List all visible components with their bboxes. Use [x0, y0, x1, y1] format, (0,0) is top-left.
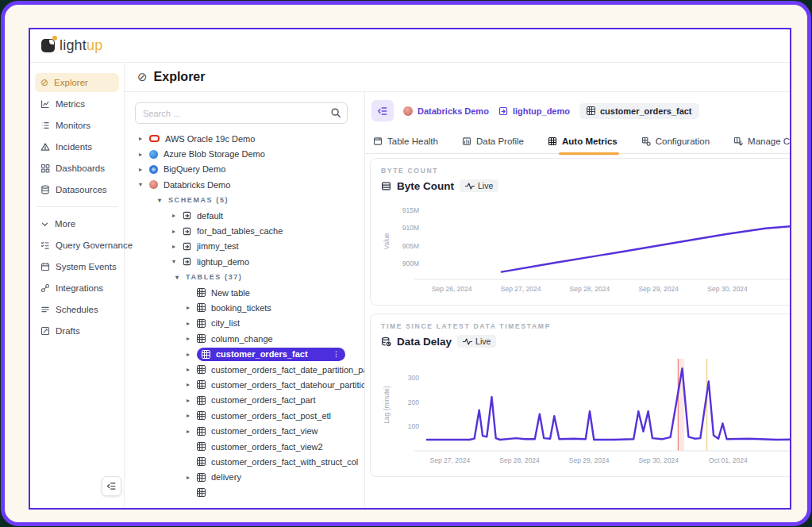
svg-text:Sep 27, 2024: Sep 27, 2024 — [501, 285, 541, 293]
breadcrumb-label: Databricks Demo — [418, 106, 489, 116]
tree-node-table[interactable]: ▸ customer_orders_fact_part — [135, 393, 364, 408]
search-input[interactable] — [135, 102, 348, 124]
caret-down-icon[interactable]: ▾ — [158, 197, 168, 204]
tree-node-table[interactable]: ▸ customer_orders_fact_view2 — [135, 439, 364, 454]
caret-right-icon[interactable]: ▸ — [187, 381, 197, 388]
tree-node-table[interactable]: ▸ city_list — [135, 316, 364, 331]
tab-table-health[interactable]: Table Health — [373, 137, 438, 153]
caret-right-icon[interactable]: ▸ — [187, 320, 197, 327]
tree-node-datasource[interactable]: ▾ Databricks Demo — [135, 177, 364, 192]
tree-node-schema[interactable]: ▸ jimmy_test — [135, 239, 364, 254]
collapse-tree-icon — [377, 106, 388, 117]
sidebar-item-datasources[interactable]: Datasources — [35, 180, 119, 199]
caret-right-icon[interactable]: ▸ — [172, 243, 183, 250]
tree-node-table[interactable]: ▸ New table — [135, 285, 364, 300]
tree-node-label: column_change — [211, 334, 273, 344]
lightup-logo-icon — [41, 39, 55, 52]
table-icon — [587, 106, 595, 115]
sidebar-item-label: Drafts — [56, 326, 80, 336]
tree-node-label: customer_orders_fact_view2 — [211, 442, 323, 452]
caret-right-icon[interactable]: ▸ — [172, 212, 183, 219]
row-menu-icon[interactable]: ⋮ — [333, 350, 340, 358]
schema-icon — [498, 106, 508, 116]
table-health-icon — [373, 137, 383, 146]
caret-down-icon[interactable]: ▾ — [175, 274, 186, 281]
sidebar-item-query-governance[interactable]: Query Governance — [35, 236, 119, 255]
app-header: lightup — [30, 29, 790, 63]
sidebar-item-label: Schedules — [56, 305, 98, 314]
sidebar-item-schedules[interactable]: Schedules — [35, 300, 119, 319]
breadcrumb: Databricks Demo lightup_demo customer_or… — [365, 92, 790, 128]
tree-node-schema[interactable]: ▾ lightup_demo — [135, 254, 364, 269]
sidebar-item-more[interactable]: More — [35, 214, 119, 233]
sidebar-item-incidents[interactable]: Incidents — [35, 137, 119, 156]
svg-text:Sep 27, 2024: Sep 27, 2024 — [430, 456, 471, 464]
live-badge[interactable]: Live — [460, 179, 498, 192]
tab-configuration[interactable]: Configuration — [641, 137, 710, 153]
sidebar-item-dashboards[interactable]: Dashboards — [35, 159, 119, 178]
breadcrumb-table[interactable]: customer_orders_fact — [579, 103, 699, 119]
tree-node-label: booking_tickets — [211, 303, 271, 313]
tree-node-table[interactable]: ▸ customer_orders_fact_with_struct_col — [135, 454, 364, 469]
tree-node-table-partial[interactable]: ▸ — [135, 485, 364, 500]
sidebar-item-metrics[interactable]: Metrics — [35, 94, 119, 113]
caret-right-icon[interactable]: ▸ — [187, 366, 197, 373]
data-delay-icon — [381, 337, 391, 347]
caret-right-icon[interactable]: ▸ — [187, 412, 197, 419]
lightup-logo[interactable]: lightup — [41, 37, 102, 54]
selected-table-pill[interactable]: customer_orders_fact ⋮ — [197, 348, 345, 361]
sidebar-item-explorer[interactable]: ⊘ Explorer — [35, 73, 119, 92]
tab-auto-metrics[interactable]: Auto Metrics — [548, 137, 618, 153]
caret-right-icon[interactable]: ▸ — [187, 351, 197, 358]
caret-right-icon[interactable]: ▸ — [172, 228, 183, 235]
live-badge[interactable]: Live — [457, 335, 496, 348]
tab-data-profile[interactable]: Data Profile — [462, 137, 524, 153]
sidebar-item-system-events[interactable]: System Events — [35, 257, 119, 276]
caret-down-icon[interactable]: ▾ — [139, 181, 149, 188]
breadcrumb-schema[interactable]: lightup_demo — [498, 106, 570, 116]
sidebar-item-drafts[interactable]: Drafts — [35, 321, 119, 340]
tree-node-table[interactable]: ▸ customer_orders_fact_datehour_partitio… — [135, 377, 364, 392]
tree-node-table[interactable]: ▸ booking_tickets — [135, 300, 364, 315]
search-icon[interactable] — [330, 107, 341, 118]
caret-right-icon[interactable]: ▸ — [187, 474, 197, 481]
tree-node-datasource[interactable]: ▸ AWS Oracle 19c Demo — [135, 131, 364, 146]
tree-section-schemas[interactable]: ▾ SCHEMAS (5) — [135, 193, 364, 208]
caret-right-icon[interactable]: ▸ — [187, 335, 197, 342]
byte-count-chart[interactable]: 900M905M910M915MSep 26, 2024Sep 27, 2024… — [381, 195, 790, 300]
caret-right-icon[interactable]: ▸ — [187, 428, 197, 435]
tree-node-label: customer_orders_fact_with_struct_col — [211, 457, 358, 467]
caret-right-icon[interactable]: ▸ — [139, 166, 149, 173]
tree-node-datasource[interactable]: ▸ BigQuery Demo — [135, 162, 364, 177]
tree-node-table[interactable]: ▸ column_change — [135, 331, 364, 346]
caret-down-icon[interactable]: ▾ — [172, 258, 183, 265]
tree-node-schema[interactable]: ▸ for_bad_tables_cache — [135, 223, 364, 238]
breadcrumb-datasource[interactable]: Databricks Demo — [403, 106, 489, 116]
tree-section-tables[interactable]: ▾ TABLES (37) — [135, 270, 364, 285]
tree-toggle-button[interactable] — [371, 100, 394, 121]
caret-right-icon[interactable]: ▸ — [139, 135, 149, 142]
data-delay-chart[interactable]: 100200300Sep 27, 2024Sep 28, 2024Sep 29,… — [381, 351, 790, 471]
caret-right-icon[interactable]: ▸ — [187, 304, 197, 311]
live-badge-label: Live — [478, 181, 493, 190]
breadcrumb-label: customer_orders_fact — [600, 106, 692, 116]
tab-manage-columns[interactable]: Manage Columns — [733, 137, 790, 153]
tree-node-label: for_bad_tables_cache — [197, 226, 283, 236]
dashboards-icon — [40, 163, 50, 173]
tree-node-table[interactable]: ▸ delivery — [135, 470, 364, 485]
sidebar-divider — [37, 206, 117, 207]
tree-node-schema[interactable]: ▸ default — [135, 208, 364, 223]
sidebar-collapse-button[interactable] — [102, 476, 121, 496]
tree-node-table[interactable]: ▸ customer_orders_fact_view — [135, 423, 364, 438]
tree-node-table[interactable]: ▸ customer_orders_fact_date_partition_pa… — [135, 362, 364, 377]
sidebar-item-label: System Events — [56, 262, 117, 271]
caret-right-icon[interactable]: ▸ — [139, 151, 149, 158]
schema-icon — [183, 242, 191, 251]
sidebar-item-integrations[interactable]: Integrations — [35, 279, 119, 298]
sidebar-item-monitors[interactable]: Monitors — [35, 116, 119, 135]
tree-node-datasource[interactable]: ▸ Azure Blob Storage Demo — [135, 146, 364, 161]
bigquery-logo-icon — [149, 165, 158, 174]
tree-node-table-selected[interactable]: ▸ customer_orders_fact ⋮ — [135, 346, 364, 361]
tree-node-table[interactable]: ▸ customer_orders_fact_post_etl — [135, 408, 364, 423]
caret-right-icon[interactable]: ▸ — [187, 397, 197, 404]
